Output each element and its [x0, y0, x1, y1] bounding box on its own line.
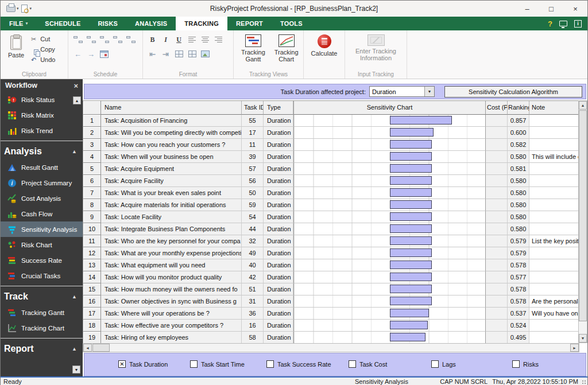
task-type-cell[interactable]: Duration [264, 247, 293, 259]
insert-image-icon[interactable] [200, 50, 210, 59]
row-number-cell[interactable]: 14 [83, 271, 101, 283]
align-center-icon[interactable] [200, 36, 210, 44]
scroll-right-icon[interactable]: ► [570, 344, 579, 352]
legend-item-task-cost[interactable]: Task Cost [349, 360, 387, 368]
cut-button[interactable]: ✂Cut [29, 34, 55, 44]
task-id-cell[interactable]: 17 [242, 127, 264, 139]
task-type-cell[interactable]: Duration [264, 175, 293, 187]
table-row[interactable]: 13Task: What equipment will you need40Du… [83, 259, 579, 271]
checked-checkbox-icon[interactable]: ✕ [118, 360, 126, 368]
header-row-number[interactable] [83, 101, 101, 115]
link-tasks-icon[interactable] [73, 36, 83, 44]
note-cell[interactable] [529, 163, 579, 175]
header-ranking[interactable]: Ranking [508, 101, 529, 115]
paste-button[interactable]: Paste [5, 33, 27, 69]
task-id-cell[interactable]: 36 [242, 308, 264, 320]
tracking-gantt-button[interactable]: Tracking Gantt [238, 33, 268, 69]
cost-cell[interactable] [486, 247, 508, 259]
task-name-cell[interactable]: Task: Acquire materials for initial oper… [101, 199, 242, 211]
task-id-cell[interactable]: 16 [242, 320, 264, 332]
note-cell[interactable] [529, 283, 579, 295]
task-id-cell[interactable]: 39 [242, 151, 264, 163]
split-task-icon[interactable] [126, 36, 136, 44]
task-name-cell[interactable]: Task: How much money will the owners nee… [101, 283, 242, 295]
task-id-cell[interactable]: 58 [242, 332, 264, 344]
task-name-cell[interactable]: Task: Hiring of key employees [101, 332, 242, 344]
cost-cell[interactable] [486, 175, 508, 187]
note-cell[interactable]: Are the personal [529, 295, 579, 308]
header-task-id[interactable]: Task ID [242, 101, 264, 115]
table-row[interactable]: 9Task: Locate Facility54Duration0.580 [83, 211, 579, 223]
customize-quick-access-button[interactable]: ▾ [30, 6, 32, 11]
table-row[interactable]: 18Task: How effective are your competito… [83, 320, 579, 332]
row-number-cell[interactable]: 8 [83, 199, 101, 211]
task-id-cell[interactable]: 11 [242, 139, 264, 151]
table-row[interactable]: 1Task: Acquisition of Financing55Duratio… [83, 115, 579, 127]
row-number-cell[interactable]: 9 [83, 211, 101, 223]
copy-button[interactable]: Copy [29, 45, 55, 54]
task-id-cell[interactable]: 51 [242, 283, 264, 295]
task-type-cell[interactable]: Duration [264, 223, 293, 235]
vertical-scrollbar[interactable]: ▲ ▼ [578, 100, 587, 343]
table-row[interactable]: 8Task: Acquire materials for initial ope… [83, 199, 579, 211]
sidebar-item-risk-trend[interactable]: Risk Trend [1, 123, 83, 138]
cost-cell[interactable] [486, 271, 508, 283]
cost-cell[interactable] [486, 283, 508, 295]
delete-task-icon[interactable] [113, 36, 122, 44]
cost-cell[interactable] [486, 235, 508, 247]
horizontal-scroll-thumb[interactable] [92, 344, 110, 352]
ranking-cell[interactable]: 0.578 [508, 295, 529, 308]
table-row[interactable]: 2Task: Will you be competing directly wi… [83, 127, 579, 139]
ranking-cell[interactable]: 0.580 [508, 223, 529, 235]
sidebar-section-report[interactable]: Report▲ [1, 341, 83, 357]
cost-cell[interactable] [486, 187, 508, 199]
row-number-cell[interactable]: 18 [83, 320, 101, 332]
table-row[interactable]: 17Task: Where will your operations be ?3… [83, 308, 579, 320]
note-cell[interactable] [529, 247, 579, 259]
ranking-cell[interactable]: 0.581 [508, 163, 529, 175]
ranking-cell[interactable]: 0.580 [508, 151, 529, 163]
insert-task-icon[interactable] [99, 36, 109, 44]
task-name-cell[interactable]: Task: Will you be competing directly wit… [101, 127, 242, 139]
task-type-cell[interactable]: Duration [264, 320, 293, 332]
row-number-cell[interactable]: 6 [83, 175, 101, 187]
sidebar-scroll-down-button[interactable]: ▼ [72, 365, 80, 374]
legend-item-task-success-rate[interactable]: Task Success Rate [266, 360, 331, 368]
table-row[interactable]: 12Task: What are your monthly expense pr… [83, 247, 579, 259]
ranking-cell[interactable]: 0.524 [508, 320, 529, 332]
row-number-cell[interactable]: 19 [83, 332, 101, 344]
info-icon[interactable]: i [574, 20, 582, 28]
task-name-cell[interactable]: Task: Acquire Equipment [101, 163, 242, 175]
tab-tools[interactable]: TOOLS [272, 17, 311, 30]
row-number-cell[interactable]: 5 [83, 163, 101, 175]
help-icon[interactable]: ? [548, 20, 552, 28]
ranking-cell[interactable]: 0.578 [508, 259, 529, 271]
header-cost[interactable]: Cost (Pre-Mit [486, 101, 508, 115]
table-row[interactable]: 14Task: How will you monitor product qua… [83, 271, 579, 283]
note-cell[interactable] [529, 127, 579, 139]
note-cell[interactable] [529, 139, 579, 151]
table-row[interactable]: 5Task: Acquire Equipment57Duration0.581 [83, 163, 579, 175]
tracking-chart-button[interactable]: Tracking Chart [272, 33, 301, 69]
note-cell[interactable] [529, 115, 579, 127]
cost-cell[interactable] [486, 199, 508, 211]
tab-file[interactable]: FILE▾ [1, 17, 36, 30]
ranking-cell[interactable]: 0.577 [508, 271, 529, 283]
task-type-cell[interactable]: Duration [264, 187, 293, 199]
task-name-cell[interactable]: Task: What are your monthly expense proj… [101, 247, 242, 259]
note-cell[interactable]: List the key posit [529, 235, 579, 247]
ranking-cell[interactable]: 0.579 [508, 247, 529, 259]
table-row[interactable]: 3Task: How can you reach your customers … [83, 139, 579, 151]
cost-cell[interactable] [486, 308, 508, 320]
unlink-tasks-icon[interactable] [86, 36, 96, 44]
header-name[interactable]: Name [101, 101, 242, 115]
task-id-cell[interactable]: 40 [242, 259, 264, 271]
cost-cell[interactable] [486, 139, 508, 151]
sidebar-item-risk-matrix[interactable]: Risk Matrix [1, 107, 83, 123]
task-name-cell[interactable]: Task: What equipment will you need [101, 259, 242, 271]
cost-cell[interactable] [486, 151, 508, 163]
sidebar-item-cost-analysis[interactable]: Cost Analysis [1, 190, 83, 206]
task-type-cell[interactable]: Duration [264, 308, 293, 320]
italic-button[interactable]: I [161, 36, 171, 44]
task-type-cell[interactable]: Duration [264, 295, 293, 308]
